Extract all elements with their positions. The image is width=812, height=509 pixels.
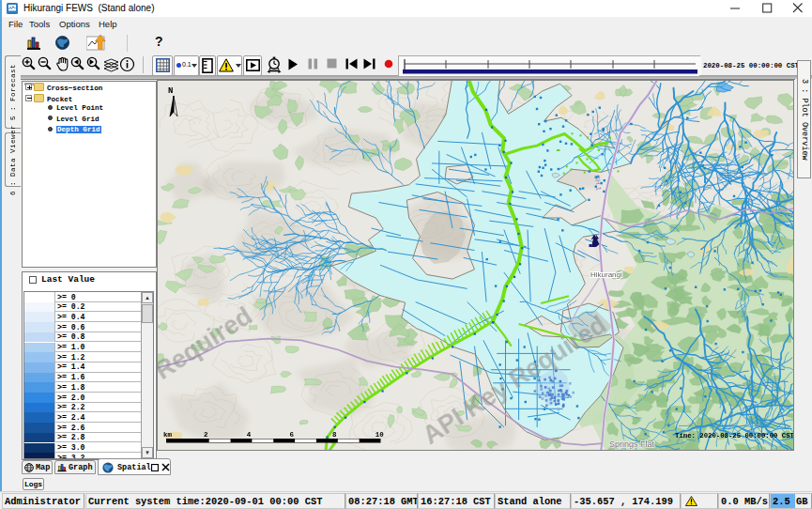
svg-text:8: 8 (332, 431, 337, 439)
svg-text:Hikurangi: Hikurangi (590, 270, 622, 279)
svg-text:N: N (168, 86, 173, 96)
svg-text:6: 6 (289, 431, 294, 439)
svg-text:4: 4 (247, 431, 252, 439)
svg-text:2: 2 (204, 431, 208, 439)
svg-text:Time: 2020-08-25 00:00:00 CST: Time: 2020-08-25 00:00:00 CST (675, 432, 794, 440)
svg-text:Springs Flat: Springs Flat (609, 440, 655, 449)
svg-text:10: 10 (375, 431, 385, 439)
svg-text:km: km (163, 431, 173, 439)
